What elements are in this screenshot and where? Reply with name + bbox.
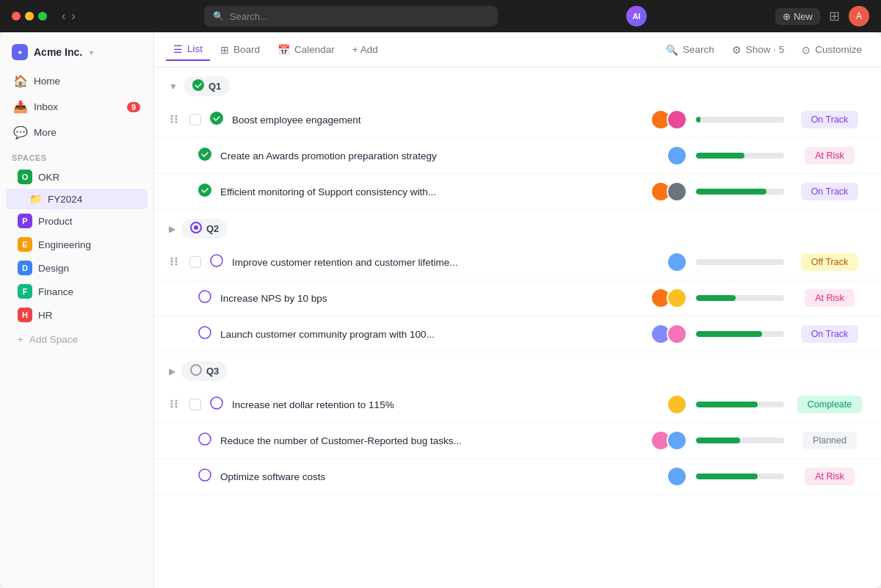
status-badge: On Track [801, 183, 859, 200]
status-badge: On Track [801, 111, 859, 128]
okr-icon: O [18, 170, 32, 184]
brand[interactable]: ✦ Acme Inc. ▾ [0, 41, 153, 69]
svg-point-6 [175, 120, 178, 123]
customize-button[interactable]: ⊙ Customize [794, 40, 869, 60]
svg-point-24 [171, 405, 173, 407]
sidebar-item-product[interactable]: P Product [6, 209, 148, 233]
more-icon: 💬 [13, 126, 26, 139]
goal-avatars [667, 145, 687, 166]
svg-point-5 [175, 117, 178, 120]
minimize-button[interactable] [25, 12, 34, 21]
quarter-header-q2[interactable]: ▶Q2 [154, 210, 881, 244]
sidebar-item-hr[interactable]: H HR [6, 303, 148, 327]
goal-avatars [667, 252, 687, 272]
goal-progress [696, 259, 784, 265]
goal-status: Compleate [793, 396, 866, 413]
goal-avatars [650, 109, 687, 130]
svg-point-8 [198, 148, 211, 161]
add-space-button[interactable]: + Add Space [6, 330, 148, 349]
svg-point-0 [192, 79, 204, 91]
checkbox[interactable] [189, 114, 201, 126]
quarter-header-q1[interactable]: ▼Q1 [154, 68, 881, 102]
tab-list[interactable]: ☰ List [166, 39, 210, 61]
table-row[interactable]: Launch customer community program with 1… [154, 316, 881, 352]
quarter-status-icon [190, 222, 202, 236]
goal-name: Optimize software costs [220, 471, 658, 482]
goal-avatars [650, 324, 687, 344]
sidebar-item-fy2024[interactable]: 📁 FY2024 [6, 189, 148, 209]
sidebar-item-finance[interactable]: F Finance [6, 280, 148, 303]
checkbox[interactable] [189, 399, 201, 410]
drag-handle-icon[interactable] [169, 114, 181, 126]
toolbar: ☰ List ⊞ Board 📅 Calendar + Add 🔍 Search [154, 32, 881, 68]
goal-status-icon [198, 326, 211, 343]
home-icon: 🏠 [13, 74, 26, 88]
svg-point-4 [175, 115, 178, 117]
global-search[interactable]: 🔍 Search... [204, 6, 498, 26]
search-button[interactable]: 🔍 Search [659, 40, 722, 60]
avatar [667, 109, 687, 130]
goal-progress [696, 402, 784, 407]
sidebar: ✦ Acme Inc. ▾ 🏠 Home 📥 Inbox 9 💬 More Sp… [0, 32, 154, 588]
goal-name: Boost employee engagement [232, 115, 642, 126]
product-icon: P [18, 214, 32, 228]
svg-point-19 [199, 291, 211, 302]
goal-status-icon [198, 432, 211, 449]
close-button[interactable] [12, 12, 21, 21]
toolbar-right: 🔍 Search ⚙ Show · 5 ⊙ Customize [659, 40, 869, 60]
content-area: ☰ List ⊞ Board 📅 Calendar + Add 🔍 Search [154, 32, 881, 588]
titlebar-right: ⊕ New ⊞ A [775, 6, 869, 26]
sidebar-item-okr[interactable]: O OKR [6, 165, 148, 189]
table-row[interactable]: Efficient monitoring of Support consiste… [154, 174, 881, 210]
drag-handle-icon[interactable] [169, 256, 181, 269]
avatar [667, 394, 687, 415]
table-row[interactable]: Improve customer retention and customer … [154, 244, 881, 280]
ai-button[interactable]: AI [626, 6, 647, 26]
avatar [667, 181, 687, 202]
sidebar-item-engineering[interactable]: E Engineering [6, 233, 148, 256]
add-button[interactable]: + Add [345, 40, 385, 59]
sidebar-item-more[interactable]: 💬 More [6, 120, 148, 145]
grid-icon[interactable]: ⊞ [829, 8, 840, 24]
table-row[interactable]: Increase net dollar retention to 115%Com… [154, 387, 881, 423]
back-icon[interactable]: ‹ [62, 10, 65, 23]
maximize-button[interactable] [38, 12, 47, 21]
sidebar-item-inbox[interactable]: 📥 Inbox 9 [6, 95, 148, 119]
table-row[interactable]: Create an Awards promotion preparation s… [154, 138, 881, 174]
sidebar-item-label: Inbox [34, 101, 58, 112]
svg-point-17 [175, 263, 178, 265]
filter-icon: ⚙ [732, 44, 742, 56]
status-badge: Planned [802, 432, 857, 449]
goal-avatars [650, 430, 687, 451]
table-row[interactable]: Optimize software costsAt Risk [154, 459, 881, 495]
goal-name: Increase NPS by 10 bps [220, 293, 642, 304]
goal-name: Create an Awards promotion preparation s… [220, 150, 658, 161]
svg-point-29 [199, 433, 211, 445]
show-button[interactable]: ⚙ Show · 5 [725, 40, 792, 60]
tab-calendar[interactable]: 📅 Calendar [270, 40, 342, 60]
svg-point-28 [211, 397, 222, 409]
goal-avatars [650, 181, 687, 202]
tab-board[interactable]: ⊞ Board [213, 40, 267, 60]
checkbox[interactable] [189, 256, 201, 268]
drag-handle-icon[interactable] [169, 399, 181, 411]
inbox-icon: 📥 [13, 100, 26, 114]
table-row[interactable]: Increase NPS by 10 bpsAt Risk [154, 280, 881, 316]
quarter-header-q3[interactable]: ▶Q3 [154, 352, 881, 387]
quarter-badge: Q2 [181, 219, 228, 239]
finance-label: Finance [38, 286, 73, 297]
svg-point-7 [210, 112, 223, 125]
user-avatar[interactable]: A [849, 6, 869, 26]
table-row[interactable]: Boost employee engagementOn Track [154, 102, 881, 138]
search-icon: 🔍 [666, 44, 678, 56]
new-button[interactable]: ⊕ New [775, 8, 820, 25]
sidebar-item-home[interactable]: 🏠 Home [6, 69, 148, 93]
quarter-label: Q3 [206, 366, 219, 377]
add-icon: + [18, 334, 23, 345]
table-row[interactable]: Reduce the number of Customer-Reported b… [154, 423, 881, 459]
sidebar-item-design[interactable]: D Design [6, 256, 148, 280]
svg-point-16 [175, 260, 178, 262]
forward-icon[interactable]: › [71, 10, 75, 23]
goal-avatars [650, 288, 687, 308]
svg-point-13 [171, 260, 173, 262]
